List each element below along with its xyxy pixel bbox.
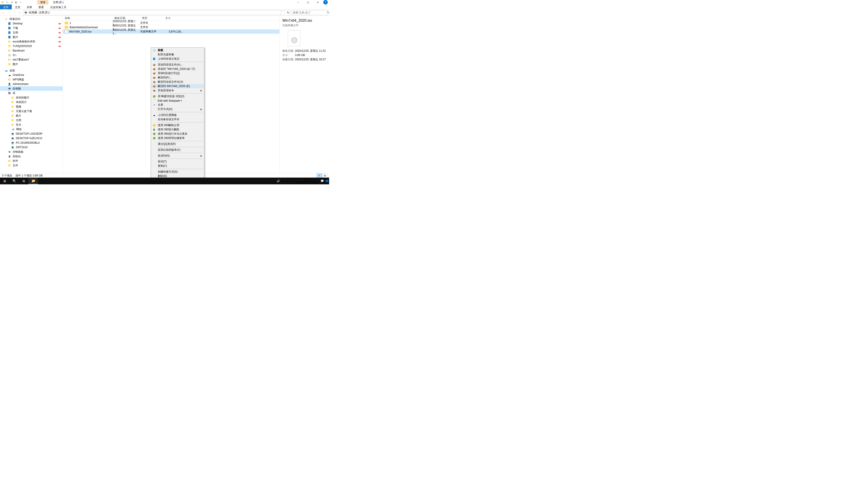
action-center-icon[interactable]: 💬 bbox=[320, 180, 324, 183]
menu-item[interactable]: 🗑使用 360强力删除 bbox=[151, 127, 204, 132]
tree-item[interactable]: 💻PC-20190530OBLA bbox=[0, 140, 63, 145]
chevron-right-icon[interactable]: › bbox=[28, 11, 29, 14]
ime-indicator[interactable]: 中 bbox=[282, 179, 285, 183]
col-name[interactable]: 名称 bbox=[63, 16, 113, 20]
tree-item[interactable]: ☁OneDrive bbox=[0, 73, 63, 77]
menu-item[interactable]: 刻录光盘映像 bbox=[151, 53, 204, 57]
qat-new-icon[interactable]: ◐ bbox=[14, 0, 18, 4]
tree-item[interactable]: 📁视频 bbox=[0, 104, 63, 109]
menu-item[interactable]: 发送到(N)▶ bbox=[151, 154, 204, 158]
close-button[interactable]: ✕ bbox=[313, 0, 323, 4]
menu-item[interactable]: 📦添加到压缩文件(A)... bbox=[151, 63, 204, 67]
tree-item[interactable]: ⚙控制面板 bbox=[0, 150, 63, 154]
search-button[interactable]: 🔍 bbox=[9, 177, 19, 184]
menu-item[interactable]: 🟢用 蜂蜜浏览器 浏览(3) bbox=[151, 94, 204, 98]
menu-item[interactable]: 📦添加到 "Win7x64_2020.zip" (T) bbox=[151, 67, 204, 71]
tree-item[interactable]: 📁保存的图片 bbox=[0, 95, 63, 100]
help-button[interactable]: ? bbox=[323, 0, 328, 4]
qat-dropdown-icon[interactable]: ▾ bbox=[19, 0, 23, 4]
search-input[interactable] bbox=[293, 11, 327, 14]
breadcrumb[interactable]: 💻 › 此电脑 › 文档 (E:) › ˅ bbox=[23, 10, 285, 15]
col-type[interactable]: 类型 bbox=[140, 16, 163, 20]
tree-item[interactable]: 📁图片 bbox=[0, 113, 63, 118]
breadcrumb-location[interactable]: 文档 (E:) bbox=[39, 11, 50, 14]
file-row[interactable]: BaiduNetdiskDownload2020/12/25, 星期五 1...… bbox=[63, 25, 279, 29]
menu-item[interactable]: 📦解压到(F)... bbox=[151, 75, 204, 80]
recent-dropdown-icon[interactable]: ˅ bbox=[12, 10, 17, 15]
tree-item[interactable]: 📘Desktop📌 bbox=[0, 21, 63, 26]
tree-item[interactable]: 📁文档 bbox=[0, 118, 63, 123]
tree-item[interactable]: 📘图片📌 bbox=[0, 35, 63, 39]
tree-item[interactable]: 📁YUNQISHI2019📌 bbox=[0, 44, 63, 48]
file-row[interactable]: 12020/12/15, 星期二 1...文件夹 bbox=[63, 21, 279, 25]
menu-item[interactable]: 🟡使用 360解除占用 bbox=[151, 123, 204, 127]
security-tray-icon[interactable]: 🛡 bbox=[291, 180, 293, 183]
menu-item[interactable]: 创建快捷方式(S) bbox=[151, 170, 204, 174]
file-row[interactable]: Win7x64_2020.iso2020/12/25, 星期五 1...光盘映像… bbox=[63, 29, 279, 34]
menu-item[interactable]: 复制(C) bbox=[151, 164, 204, 168]
search-icon[interactable]: 🔍 bbox=[327, 11, 329, 14]
view-thumbnails-button[interactable]: ⊞ bbox=[322, 174, 327, 178]
tree-item[interactable]: 📁天翼云盘下载 bbox=[0, 109, 63, 113]
tab-disc-tools[interactable]: 光盘映像工具 bbox=[47, 4, 70, 9]
col-size[interactable]: 大小 bbox=[163, 16, 185, 20]
menu-item[interactable]: 🟢使用 360进行木马云查杀 bbox=[151, 132, 204, 136]
tree-item[interactable]: 📁本机照片 bbox=[0, 100, 63, 104]
task-view-button[interactable]: ⧉ bbox=[19, 177, 29, 184]
tree-desktop[interactable]: ▬ 桌面 bbox=[0, 68, 63, 73]
qat-props-icon[interactable]: ▭ bbox=[5, 0, 9, 4]
tree-item[interactable]: 💿G:\ bbox=[0, 53, 63, 57]
tab-home[interactable]: 主页 bbox=[12, 4, 24, 9]
tree-quick-access[interactable]: ★ 快速访问 bbox=[0, 17, 63, 21]
tree-item[interactable]: 📘文档📌 bbox=[0, 30, 63, 35]
tree-item[interactable]: 📁文件 bbox=[0, 163, 63, 168]
tree-item[interactable]: 📁音乐 bbox=[0, 123, 63, 127]
tab-file[interactable]: 文件 bbox=[0, 4, 12, 9]
view-details-button[interactable]: ≡ bbox=[317, 174, 322, 178]
menu-item[interactable]: 📘上传到有道云笔记 bbox=[151, 57, 204, 61]
tree-item[interactable]: 🗑回收站 bbox=[0, 154, 63, 159]
tree-item[interactable]: 📘下载📌 bbox=[0, 26, 63, 30]
chevron-right-icon[interactable]: › bbox=[50, 11, 51, 14]
tree-item[interactable]: 📁win7重装win7 bbox=[0, 57, 63, 62]
tab-share[interactable]: 共享 bbox=[24, 4, 35, 9]
chevron-right-icon[interactable]: › bbox=[37, 11, 38, 14]
ribbon-expand-icon[interactable]: ˅ bbox=[324, 4, 329, 9]
menu-item[interactable]: 📦其他压缩命令▶ bbox=[151, 88, 204, 93]
tree-item[interactable]: 📁Bandicam bbox=[0, 48, 63, 53]
minimize-button[interactable]: ─ bbox=[293, 0, 303, 4]
clock[interactable]: 16:32 2020/12/25, 星期五 bbox=[296, 178, 319, 184]
back-button[interactable]: ← bbox=[1, 10, 6, 15]
menu-item[interactable]: 📄Edit with Notepad++ bbox=[151, 98, 204, 103]
menu-item[interactable]: 通过QQ发送到 bbox=[151, 142, 204, 146]
tree-item[interactable]: 📁WPS网盘 bbox=[0, 77, 63, 82]
tray-chevron-icon[interactable]: ˄ bbox=[274, 180, 275, 183]
breadcrumb-dropdown-icon[interactable]: ˅ bbox=[281, 10, 284, 15]
breadcrumb-pc[interactable]: 此电脑 bbox=[29, 11, 37, 14]
tree-item[interactable]: 📁软件 bbox=[0, 159, 63, 163]
menu-item[interactable]: 打开方式(H)▶ bbox=[151, 107, 204, 111]
menu-item[interactable]: 📦解压到 Win7x64_2020\ (E) bbox=[151, 84, 204, 88]
menu-item[interactable]: 📦用360压缩打开(Q) bbox=[151, 71, 204, 75]
tree-item[interactable]: 📁图片 bbox=[0, 62, 63, 66]
menu-item[interactable]: 💿装载 bbox=[151, 48, 204, 53]
menu-item[interactable]: ↗共享 bbox=[151, 103, 204, 107]
explorer-taskbar-button[interactable]: 📁 bbox=[29, 177, 38, 184]
volume-icon[interactable]: 🔊 bbox=[277, 180, 280, 183]
tree-item[interactable]: 💻DESKTOP-NJEU3CG bbox=[0, 136, 63, 140]
tree-item[interactable]: 📁excel表格制作求和📌 bbox=[0, 39, 63, 44]
menu-item[interactable]: ☁上传到百度网盘 bbox=[151, 113, 204, 117]
maximize-button[interactable]: ▢ bbox=[303, 0, 313, 4]
tree-item[interactable]: 📚库 bbox=[0, 91, 63, 95]
menu-item[interactable]: 📦解压到当前文件夹(X) bbox=[151, 80, 204, 84]
forward-button[interactable]: → bbox=[7, 10, 11, 15]
refresh-button[interactable]: ↻ bbox=[286, 10, 291, 15]
tree-item[interactable]: 💻DESKTOP-LSSOEDP bbox=[0, 131, 63, 136]
search-box[interactable]: 🔍 bbox=[291, 10, 328, 15]
tree-item[interactable]: 💻ZMT2019 bbox=[0, 145, 63, 150]
menu-item[interactable]: 🟢使用 360管理右键菜单 bbox=[151, 136, 204, 140]
up-button[interactable]: ↑ bbox=[18, 10, 22, 15]
start-button[interactable]: ⊞ bbox=[0, 177, 9, 184]
tree-network[interactable]: 🖧 网络 bbox=[0, 127, 63, 131]
onedrive-tray-icon[interactable]: ☁ bbox=[286, 180, 289, 183]
